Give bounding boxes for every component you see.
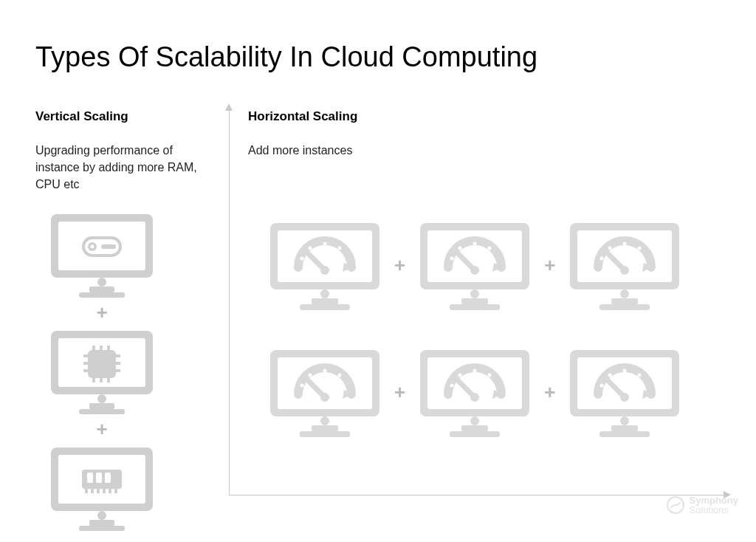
horizontal-axis: [229, 495, 724, 495]
watermark-line2: Solutions: [690, 505, 738, 515]
svg-point-81: [338, 374, 342, 377]
svg-point-60: [473, 242, 477, 246]
svg-point-65: [620, 289, 629, 298]
svg-rect-40: [103, 489, 106, 493]
svg-point-95: [620, 416, 629, 425]
svg-point-2: [97, 278, 106, 287]
svg-rect-76: [312, 425, 338, 431]
svg-point-85: [470, 416, 479, 425]
svg-rect-97: [599, 431, 650, 437]
plus-icon: +: [96, 303, 107, 322]
svg-rect-39: [97, 489, 100, 493]
gauge-monitor: [416, 219, 534, 312]
vertical-heading: Vertical Scaling: [35, 109, 205, 124]
horizontal-description: Add more instances: [248, 142, 721, 159]
svg-point-75: [320, 416, 329, 425]
svg-rect-38: [91, 489, 94, 493]
watermark: Symphony Solutions: [666, 495, 738, 515]
svg-rect-16: [92, 346, 95, 350]
gauge-monitor: [266, 346, 384, 439]
svg-point-55: [470, 289, 479, 298]
gauge-icon: [266, 346, 384, 439]
svg-point-79: [309, 374, 312, 377]
svg-point-80: [323, 369, 327, 373]
svg-rect-47: [300, 304, 350, 310]
svg-point-30: [97, 511, 106, 520]
svg-rect-87: [450, 431, 500, 437]
svg-rect-57: [450, 304, 500, 310]
svg-point-71: [638, 247, 642, 250]
horizontal-grid: + +: [266, 219, 724, 473]
svg-point-100: [623, 369, 627, 373]
vertical-description: Upgrading performance of instance by add…: [35, 142, 205, 193]
svg-point-91: [488, 374, 492, 377]
svg-point-48: [300, 257, 304, 261]
svg-point-49: [309, 247, 312, 250]
svg-point-102: [620, 393, 629, 402]
gauge-monitor: [416, 346, 534, 439]
svg-rect-67: [599, 304, 650, 310]
gauge-icon: [566, 219, 684, 312]
svg-rect-23: [83, 362, 88, 365]
svg-point-50: [323, 242, 327, 246]
svg-point-101: [638, 374, 642, 377]
svg-point-68: [600, 257, 604, 261]
svg-point-59: [458, 247, 462, 250]
svg-point-62: [470, 266, 479, 275]
svg-rect-17: [100, 346, 103, 350]
svg-rect-25: [116, 354, 120, 357]
svg-rect-21: [107, 378, 110, 383]
svg-rect-9: [101, 244, 116, 249]
svg-rect-46: [312, 298, 338, 304]
vertical-column: Vertical Scaling Upgrading performance o…: [35, 109, 205, 193]
svg-point-89: [458, 374, 462, 377]
svg-rect-26: [116, 362, 120, 365]
svg-point-88: [450, 384, 454, 388]
svg-point-70: [623, 242, 627, 246]
gauge-icon: [416, 346, 534, 439]
svg-rect-14: [79, 409, 125, 414]
svg-point-51: [338, 247, 342, 250]
svg-rect-27: [116, 369, 120, 372]
watermark-line1: Symphony: [690, 495, 738, 506]
svg-rect-42: [114, 489, 117, 493]
svg-rect-34: [87, 473, 93, 483]
gauge-icon: [266, 219, 384, 312]
gauge-icon: [416, 219, 534, 312]
horizontal-heading: Horizontal Scaling: [248, 109, 721, 124]
svg-rect-37: [85, 489, 88, 493]
svg-point-52: [320, 266, 329, 275]
gauge-monitor: [566, 346, 684, 439]
svg-point-12: [97, 394, 106, 403]
diagram-page: Types Of Scalability In Cloud Computing …: [0, 0, 756, 542]
svg-rect-31: [89, 520, 114, 526]
svg-point-90: [473, 369, 477, 373]
svg-rect-22: [83, 354, 88, 357]
svg-point-99: [608, 374, 612, 377]
monitor-disk: [47, 210, 157, 298]
svg-point-92: [470, 393, 479, 402]
svg-rect-35: [96, 473, 102, 483]
svg-rect-56: [461, 298, 488, 304]
horizontal-row: + +: [266, 219, 724, 312]
svg-rect-13: [89, 403, 114, 409]
gauge-monitor: [566, 219, 684, 312]
svg-point-78: [300, 384, 304, 388]
svg-point-72: [620, 266, 629, 275]
svg-rect-41: [109, 489, 111, 493]
svg-rect-77: [300, 431, 350, 437]
svg-rect-15: [88, 350, 116, 378]
plus-icon: +: [544, 381, 555, 404]
svg-rect-36: [105, 473, 111, 483]
svg-rect-24: [83, 369, 88, 372]
svg-point-82: [320, 393, 329, 402]
disk-icon: [82, 236, 122, 257]
svg-rect-18: [107, 346, 110, 350]
monitor-ram: [47, 443, 157, 532]
svg-rect-19: [92, 378, 95, 383]
svg-rect-96: [611, 425, 638, 431]
watermark-logo-icon: [666, 495, 685, 515]
svg-point-98: [600, 384, 604, 388]
plus-icon: +: [96, 419, 107, 439]
svg-point-61: [488, 247, 492, 250]
